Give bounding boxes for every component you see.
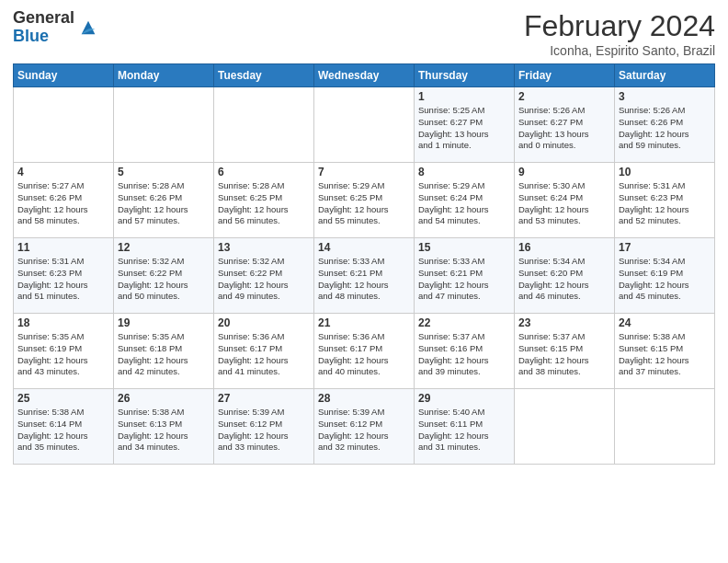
day-info: Sunrise: 5:34 AM Sunset: 6:20 PM Dayligh… — [518, 256, 610, 303]
calendar-week-row: 4Sunrise: 5:27 AM Sunset: 6:26 PM Daylig… — [14, 163, 715, 238]
day-number: 21 — [318, 316, 410, 329]
day-info: Sunrise: 5:35 AM Sunset: 6:19 PM Dayligh… — [17, 331, 109, 378]
title-block: February 2024 Iconha, Espirito Santo, Br… — [524, 9, 715, 58]
logo-icon — [78, 17, 98, 38]
day-info: Sunrise: 5:27 AM Sunset: 6:26 PM Dayligh… — [17, 180, 109, 227]
day-number: 6 — [218, 166, 310, 178]
day-info: Sunrise: 5:26 AM Sunset: 6:27 PM Dayligh… — [518, 105, 610, 152]
day-number: 3 — [619, 90, 711, 103]
calendar-cell: 20Sunrise: 5:36 AM Sunset: 6:17 PM Dayli… — [214, 314, 314, 389]
day-number: 11 — [17, 241, 109, 254]
calendar-week-row: 25Sunrise: 5:38 AM Sunset: 6:14 PM Dayli… — [14, 389, 715, 465]
calendar-cell: 23Sunrise: 5:37 AM Sunset: 6:15 PM Dayli… — [515, 314, 615, 389]
day-info: Sunrise: 5:40 AM Sunset: 6:11 PM Dayligh… — [418, 407, 510, 454]
calendar-week-row: 11Sunrise: 5:31 AM Sunset: 6:23 PM Dayli… — [14, 238, 715, 314]
calendar-cell: 17Sunrise: 5:34 AM Sunset: 6:19 PM Dayli… — [615, 238, 715, 314]
day-number: 20 — [218, 316, 310, 329]
calendar-week-row: 18Sunrise: 5:35 AM Sunset: 6:19 PM Dayli… — [14, 314, 715, 389]
calendar-table: SundayMondayTuesdayWednesdayThursdayFrid… — [13, 63, 715, 465]
day-info: Sunrise: 5:30 AM Sunset: 6:24 PM Dayligh… — [518, 180, 610, 227]
day-info: Sunrise: 5:26 AM Sunset: 6:26 PM Dayligh… — [619, 105, 711, 152]
day-number: 23 — [518, 316, 610, 329]
logo-blue: Blue — [13, 28, 74, 46]
weekday-header: Saturday — [615, 64, 715, 87]
calendar-cell: 22Sunrise: 5:37 AM Sunset: 6:16 PM Dayli… — [415, 314, 515, 389]
day-number: 27 — [218, 392, 310, 405]
calendar-cell — [615, 389, 715, 465]
header: General Blue February 2024 Iconha, Espir… — [13, 9, 715, 58]
calendar-cell: 11Sunrise: 5:31 AM Sunset: 6:23 PM Dayli… — [14, 238, 114, 314]
day-number: 2 — [518, 90, 610, 103]
calendar-cell: 29Sunrise: 5:40 AM Sunset: 6:11 PM Dayli… — [415, 389, 515, 465]
day-info: Sunrise: 5:33 AM Sunset: 6:21 PM Dayligh… — [318, 256, 410, 303]
day-info: Sunrise: 5:38 AM Sunset: 6:13 PM Dayligh… — [118, 407, 210, 454]
day-info: Sunrise: 5:39 AM Sunset: 6:12 PM Dayligh… — [218, 407, 310, 454]
day-info: Sunrise: 5:34 AM Sunset: 6:19 PM Dayligh… — [619, 256, 711, 303]
calendar-cell: 9Sunrise: 5:30 AM Sunset: 6:24 PM Daylig… — [515, 163, 615, 238]
calendar-cell: 7Sunrise: 5:29 AM Sunset: 6:25 PM Daylig… — [314, 163, 415, 238]
page-container: General Blue February 2024 Iconha, Espir… — [0, 0, 728, 474]
day-info: Sunrise: 5:29 AM Sunset: 6:25 PM Dayligh… — [318, 180, 410, 227]
calendar-cell: 6Sunrise: 5:28 AM Sunset: 6:25 PM Daylig… — [214, 163, 314, 238]
day-number: 15 — [418, 241, 510, 254]
calendar-cell: 26Sunrise: 5:38 AM Sunset: 6:13 PM Dayli… — [114, 389, 214, 465]
day-number: 7 — [318, 166, 410, 178]
calendar-week-row: 1Sunrise: 5:25 AM Sunset: 6:27 PM Daylig… — [14, 87, 715, 163]
day-number: 24 — [619, 316, 711, 329]
day-number: 4 — [17, 166, 109, 178]
calendar-cell: 14Sunrise: 5:33 AM Sunset: 6:21 PM Dayli… — [314, 238, 415, 314]
day-info: Sunrise: 5:29 AM Sunset: 6:24 PM Dayligh… — [418, 180, 510, 227]
day-info: Sunrise: 5:28 AM Sunset: 6:26 PM Dayligh… — [118, 180, 210, 227]
calendar-cell: 10Sunrise: 5:31 AM Sunset: 6:23 PM Dayli… — [615, 163, 715, 238]
calendar-cell — [515, 389, 615, 465]
calendar-cell: 8Sunrise: 5:29 AM Sunset: 6:24 PM Daylig… — [415, 163, 515, 238]
calendar-cell: 18Sunrise: 5:35 AM Sunset: 6:19 PM Dayli… — [14, 314, 114, 389]
day-info: Sunrise: 5:38 AM Sunset: 6:14 PM Dayligh… — [17, 407, 109, 454]
day-info: Sunrise: 5:37 AM Sunset: 6:16 PM Dayligh… — [418, 331, 510, 378]
day-number: 8 — [418, 166, 510, 178]
calendar-cell: 15Sunrise: 5:33 AM Sunset: 6:21 PM Dayli… — [415, 238, 515, 314]
day-number: 10 — [619, 166, 711, 178]
logo-general: General — [13, 9, 74, 28]
day-info: Sunrise: 5:35 AM Sunset: 6:18 PM Dayligh… — [118, 331, 210, 378]
calendar-cell: 2Sunrise: 5:26 AM Sunset: 6:27 PM Daylig… — [515, 87, 615, 163]
day-info: Sunrise: 5:38 AM Sunset: 6:15 PM Dayligh… — [619, 331, 711, 378]
calendar-cell: 5Sunrise: 5:28 AM Sunset: 6:26 PM Daylig… — [114, 163, 214, 238]
day-info: Sunrise: 5:33 AM Sunset: 6:21 PM Dayligh… — [418, 256, 510, 303]
day-number: 18 — [17, 316, 109, 329]
calendar-cell: 16Sunrise: 5:34 AM Sunset: 6:20 PM Dayli… — [515, 238, 615, 314]
calendar-cell — [314, 87, 415, 163]
weekday-header: Thursday — [415, 64, 515, 87]
day-number: 17 — [619, 241, 711, 254]
calendar-cell: 1Sunrise: 5:25 AM Sunset: 6:27 PM Daylig… — [415, 87, 515, 163]
calendar-cell — [14, 87, 114, 163]
weekday-header: Friday — [515, 64, 615, 87]
weekday-header-row: SundayMondayTuesdayWednesdayThursdayFrid… — [14, 64, 715, 87]
day-number: 16 — [518, 241, 610, 254]
weekday-header: Wednesday — [314, 64, 415, 87]
calendar-cell — [114, 87, 214, 163]
day-number: 29 — [418, 392, 510, 405]
day-number: 13 — [218, 241, 310, 254]
weekday-header: Monday — [114, 64, 214, 87]
calendar-cell: 28Sunrise: 5:39 AM Sunset: 6:12 PM Dayli… — [314, 389, 415, 465]
day-info: Sunrise: 5:36 AM Sunset: 6:17 PM Dayligh… — [218, 331, 310, 378]
month-title: February 2024 — [524, 9, 715, 43]
day-info: Sunrise: 5:36 AM Sunset: 6:17 PM Dayligh… — [318, 331, 410, 378]
day-number: 25 — [17, 392, 109, 405]
logo: General Blue — [13, 9, 98, 46]
weekday-header: Sunday — [14, 64, 114, 87]
weekday-header: Tuesday — [214, 64, 314, 87]
day-info: Sunrise: 5:37 AM Sunset: 6:15 PM Dayligh… — [518, 331, 610, 378]
day-number: 5 — [118, 166, 210, 178]
calendar-cell — [214, 87, 314, 163]
calendar-cell: 4Sunrise: 5:27 AM Sunset: 6:26 PM Daylig… — [14, 163, 114, 238]
calendar-cell: 27Sunrise: 5:39 AM Sunset: 6:12 PM Dayli… — [214, 389, 314, 465]
day-info: Sunrise: 5:32 AM Sunset: 6:22 PM Dayligh… — [218, 256, 310, 303]
day-number: 14 — [318, 241, 410, 254]
day-number: 9 — [518, 166, 610, 178]
day-number: 12 — [118, 241, 210, 254]
day-number: 28 — [318, 392, 410, 405]
calendar-cell: 21Sunrise: 5:36 AM Sunset: 6:17 PM Dayli… — [314, 314, 415, 389]
day-number: 26 — [118, 392, 210, 405]
